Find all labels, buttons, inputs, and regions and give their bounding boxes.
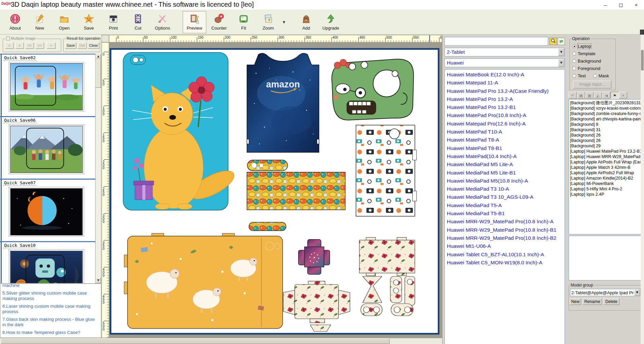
delete-layer-button[interactable]: ✕ xyxy=(619,92,627,99)
copy-layer-button[interactable]: ▦ xyxy=(577,92,585,99)
layer-list-item[interactable]: [Laptop] Amazon Kindle(2014)-B2 xyxy=(569,176,641,181)
model-rename-button[interactable]: Rename xyxy=(582,298,602,305)
flip-vertical-button[interactable]: ◭ xyxy=(594,92,602,99)
paste-layer-button[interactable]: ▦ xyxy=(585,92,594,99)
chevron-down-icon[interactable]: ▼ xyxy=(558,59,564,67)
device-list-item[interactable]: Huawei Tablet C5_MON-W19(8.0 Inch)-A xyxy=(445,259,565,267)
scrollbar-thumb[interactable] xyxy=(96,60,101,88)
radio-foreground[interactable]: Foreground xyxy=(572,66,600,71)
search-input[interactable] xyxy=(444,37,548,46)
device-list-item[interactable]: Huawei MatePad Pro 13.2-B1 xyxy=(445,103,565,111)
device-list-item[interactable]: Huawei MediaPad M5(10.8 Inch)-A xyxy=(445,177,565,185)
quick-save-item[interactable]: Quick Save10 xyxy=(0,241,95,283)
device-list-item[interactable]: Huawei Matepad Pro(12.6 Inch)-A xyxy=(445,120,565,128)
close-button[interactable]: × xyxy=(629,0,644,10)
layer-list-item[interactable]: [Background] 29 xyxy=(569,143,641,149)
device-list-item[interactable]: Huawei MatePad Pro(10.8 Inch)-A xyxy=(445,111,565,119)
scrollbar-thumb[interactable] xyxy=(1,339,390,344)
article-item[interactable]: machine xyxy=(2,283,99,288)
secondary-list[interactable] xyxy=(569,236,642,280)
panel-corner-button[interactable] xyxy=(640,30,644,35)
add-image-button[interactable]: + xyxy=(47,42,56,49)
first-image-button[interactable]: << xyxy=(25,42,34,49)
device-list-item[interactable]: Huawei MRR-W29_MatePad Pro(10.8 Inch)-A xyxy=(445,218,565,226)
result-save-button[interactable]: Save xyxy=(65,42,76,49)
save-button[interactable]: Save xyxy=(77,11,101,33)
preview-button[interactable]: Preview xyxy=(183,11,206,33)
device-list-item[interactable]: Huawei MatePad Pro 13.2-A xyxy=(445,95,565,103)
device-list-item[interactable]: Huawei MediaPad M5 Lite-B1 xyxy=(445,169,565,177)
result-del-button[interactable]: Del xyxy=(77,42,87,49)
radio-background[interactable]: Background xyxy=(572,59,601,64)
radio-template[interactable]: Template xyxy=(572,51,596,56)
new-button[interactable]: New xyxy=(28,11,51,33)
add-button[interactable]: Add xyxy=(294,11,318,33)
device-list-item[interactable]: Huawei MediaPad T3 10_AGS-L09-A xyxy=(445,193,565,201)
device-list-item[interactable]: Huawei MatePad T10-A xyxy=(445,128,565,136)
scroll-down-icon[interactable]: ▼ xyxy=(96,278,101,283)
multiple-image-checkbox[interactable] xyxy=(6,37,10,40)
article-item[interactable]: 7.Glass back skin making process - Blue … xyxy=(2,317,99,328)
model-new-button[interactable]: New xyxy=(570,298,581,305)
device-list-item[interactable]: Huawei MRR-W29_MatePad Pro(10.8 Inch)-B1 xyxy=(445,226,565,234)
device-list-item[interactable]: Huawei Matepad 11-A xyxy=(445,79,565,87)
radio-text[interactable]: Text xyxy=(572,73,586,79)
options-button[interactable]: Options xyxy=(151,11,174,33)
layer-list-item[interactable]: [Background] 31 xyxy=(569,127,641,132)
device-list-item[interactable]: Huawei MRR-W29_MatePad Pro(10.8 Inch)-B2 xyxy=(445,234,565,242)
layer-list-item[interactable]: [Background] 微信图片_20230928131 xyxy=(569,100,641,106)
minimize-button[interactable] xyxy=(598,0,613,10)
about-button[interactable]: About xyxy=(3,11,27,33)
article-item[interactable]: 8.How to make Tempered glass Case? xyxy=(2,330,99,335)
zoom-button[interactable]: Zoom xyxy=(256,11,280,33)
layer-list-item[interactable]: [Background] 26 xyxy=(569,138,641,143)
layer-list-item[interactable]: [Laptop] Mi-PowerBank xyxy=(569,181,641,186)
device-list-item[interactable]: Huawei MediaPad T5-A xyxy=(445,201,565,209)
upgrade-button[interactable]: Upgrade xyxy=(319,11,343,33)
device-list-item[interactable]: Huawei MatePad(10.4 Inch)-A xyxy=(445,152,565,160)
layer-list-item[interactable]: [Background] 8 xyxy=(569,122,641,127)
open-button[interactable]: Open xyxy=(52,11,76,33)
quick-save-item[interactable]: Quick Save06 xyxy=(0,116,95,179)
device-list-item[interactable]: Huawei MediaPad T5-B1 xyxy=(445,209,565,218)
device-list-item[interactable]: Huawei MateBook E(12.0 Inch)-A xyxy=(445,71,565,79)
layer-list-item[interactable]: [Laptop] 5-Hifly Mini 4 Pro-2 xyxy=(569,186,641,192)
quick-save-item[interactable]: Quick Save07 xyxy=(0,179,95,241)
next-image-button[interactable]: > xyxy=(15,42,24,49)
window-scrollbar[interactable] xyxy=(641,35,644,344)
refresh-button[interactable]: ⇄ xyxy=(558,38,565,45)
layer-list-item[interactable]: [Laptop] Huawei MatePad Pro 13.2-B1 xyxy=(569,149,641,154)
fit-button[interactable]: Fit xyxy=(232,11,255,33)
undo-button[interactable]: ↶ xyxy=(569,92,577,99)
search-button[interactable] xyxy=(549,38,557,45)
device-list-item[interactable]: Huawei MediaPad T3 10-A xyxy=(445,185,565,193)
quick-save-item[interactable]: Quick Save02 xyxy=(0,54,95,116)
thumbnail-scrollbar[interactable]: ▲ ▼ xyxy=(96,54,101,283)
last-image-button[interactable]: >> xyxy=(35,42,44,49)
device-list-item[interactable]: Huawei MediaPad M5 Lite-A xyxy=(445,160,565,168)
layer-list-item[interactable]: [Laptop] Apple AirPods Full Wrap (Easy xyxy=(569,159,641,165)
layer-list-item[interactable]: [Laptop] Apple AirPods2 Full Wrap xyxy=(569,170,641,176)
chevron-down-icon[interactable]: ▼ xyxy=(634,290,640,296)
category-dropdown[interactable]: 2-Tablet ▼ xyxy=(444,48,565,56)
model-group-dropdown[interactable]: 2-Tablet@Apple@Apple Ipad Pro 13 ▼ xyxy=(570,289,641,296)
canvas-viewport[interactable]: amazon xyxy=(109,42,442,338)
flip-horizontal-button[interactable]: ◀ xyxy=(602,92,610,99)
article-item[interactable]: 6.Laser shining custom mobile case makin… xyxy=(2,304,99,314)
model-delete-button[interactable]: Delete xyxy=(603,298,619,305)
layer-list-item[interactable]: [Background] zombie-creature-funny-sir xyxy=(569,111,641,116)
device-list-item[interactable]: Huawei MatePad T8-B1 xyxy=(445,144,565,152)
pin-button[interactable]: ⚑ xyxy=(611,92,619,99)
device-list-item[interactable]: Huawei Mt1-U06-A xyxy=(445,242,565,250)
maximize-button[interactable] xyxy=(613,0,629,10)
layer-list-item[interactable]: [Background] 26 xyxy=(569,132,641,138)
layer-list-item[interactable]: [Laptop] Huawei MRR-W29_MatePad P xyxy=(569,154,641,159)
scroll-up-icon[interactable]: ▲ xyxy=(96,54,101,59)
chevron-down-icon[interactable]: ▼ xyxy=(558,48,564,56)
print-button[interactable]: Print xyxy=(102,11,125,33)
article-item[interactable]: 5.Silver glitter shining custom mobile c… xyxy=(2,291,99,301)
radio-laptop[interactable]: Laptop xyxy=(572,44,591,49)
scrollbar-thumb[interactable] xyxy=(641,50,644,71)
layer-list-item[interactable]: [Background] vzryv-kraski-tsvet-colors-c xyxy=(569,106,641,111)
radio-mask[interactable]: Mask xyxy=(593,73,609,79)
